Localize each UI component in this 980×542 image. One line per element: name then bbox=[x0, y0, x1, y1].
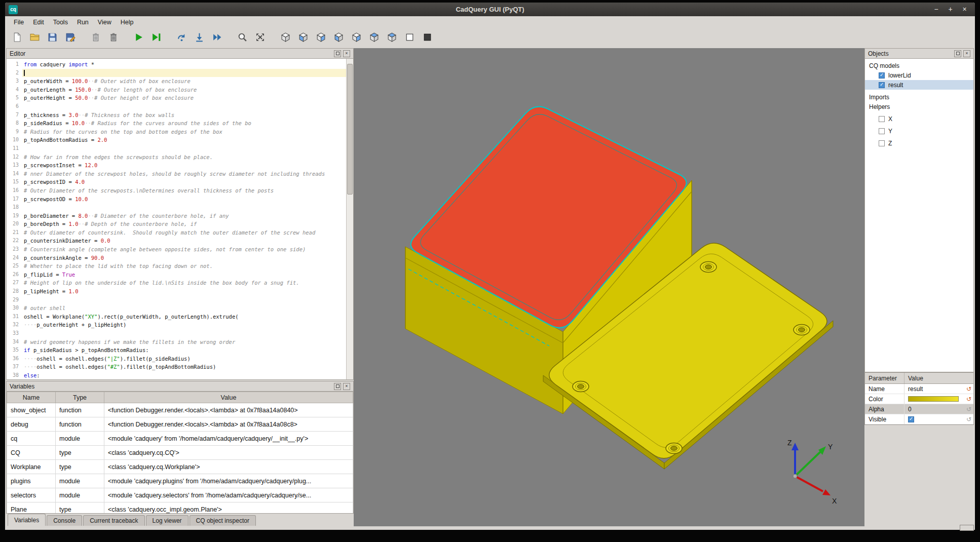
viewport-3d[interactable]: Z Y X bbox=[354, 48, 864, 526]
editor-scrollbar[interactable] bbox=[346, 59, 353, 379]
run-button[interactable] bbox=[130, 30, 147, 46]
editor-float-button[interactable] bbox=[334, 50, 341, 57]
tree-item-z[interactable]: Z bbox=[865, 138, 973, 148]
view-left-icon bbox=[333, 32, 344, 45]
variables-float-button[interactable] bbox=[334, 383, 341, 390]
view-left-button[interactable] bbox=[330, 30, 347, 46]
objects-close-button[interactable]: × bbox=[963, 50, 970, 57]
code-line-12: 12# How far in from the edges the screwp… bbox=[7, 153, 346, 162]
fit-all-button[interactable] bbox=[251, 30, 269, 46]
tree-item-x[interactable]: X bbox=[865, 114, 973, 124]
title-bar[interactable]: cq CadQuery GUI (PyQT) − + × bbox=[5, 3, 975, 16]
variable-cell: module bbox=[56, 488, 104, 502]
visibility-checkbox[interactable] bbox=[879, 72, 885, 79]
debug-button[interactable] bbox=[147, 30, 165, 46]
fit-all-icon bbox=[255, 32, 266, 45]
tree-item-result[interactable]: result bbox=[865, 80, 973, 90]
toolbar-separator bbox=[269, 28, 276, 48]
shaded-button[interactable] bbox=[419, 30, 436, 46]
variable-row-show_object[interactable]: show_objectfunction<function Debugger.re… bbox=[7, 403, 353, 417]
code-text: # Whether to place the lid with the top … bbox=[22, 262, 346, 270]
view-iso-button[interactable] bbox=[277, 30, 294, 46]
visibility-checkbox[interactable] bbox=[879, 116, 885, 122]
visibility-checkbox[interactable] bbox=[879, 82, 885, 88]
step-over-button[interactable] bbox=[173, 30, 190, 46]
menu-item-view[interactable]: View bbox=[93, 17, 116, 27]
view-right-button[interactable] bbox=[348, 30, 365, 46]
wireframe-button[interactable] bbox=[401, 30, 418, 46]
y-axis-label: Y bbox=[828, 443, 833, 451]
line-number: 32 bbox=[7, 321, 22, 329]
menu-item-file[interactable]: File bbox=[9, 17, 28, 27]
code-line-18: 18 bbox=[7, 203, 346, 212]
reset-icon[interactable]: ↺ bbox=[964, 406, 973, 413]
line-number: 1 bbox=[7, 60, 22, 69]
save-as-button[interactable] bbox=[61, 30, 79, 46]
open-folder-button[interactable] bbox=[26, 30, 43, 46]
variable-row-Plane[interactable]: Planetype<class 'cadquery.occ_impl.geom.… bbox=[7, 502, 353, 514]
tree-item-cq-models[interactable]: CQ models bbox=[865, 61, 973, 70]
code-line-38: 38else: bbox=[7, 371, 346, 379]
reset-icon[interactable]: ↺ bbox=[964, 396, 973, 403]
continue-button[interactable] bbox=[208, 30, 225, 46]
view-top-icon bbox=[369, 32, 380, 45]
tree-item-imports[interactable]: Imports bbox=[865, 92, 973, 102]
variable-row-cq[interactable]: cqmodule<module 'cadquery' from '/home/a… bbox=[7, 432, 353, 446]
view-top-button[interactable] bbox=[365, 30, 383, 46]
code-text: # Outer Diameter of the screwposts.\nDet… bbox=[22, 186, 346, 195]
step-into-button[interactable] bbox=[191, 30, 208, 46]
menu-item-tools[interactable]: Tools bbox=[49, 17, 72, 27]
visible-checkbox[interactable] bbox=[908, 416, 914, 422]
variable-row-debug[interactable]: debugfunction<function Debugger.render.<… bbox=[7, 417, 353, 432]
tree-item-lowerlid[interactable]: lowerLid bbox=[865, 70, 973, 80]
view-bottom-button[interactable] bbox=[383, 30, 400, 46]
tab-console[interactable]: Console bbox=[47, 515, 82, 526]
code-line-7: 7p_thickness = 3.0··# Thickness of the b… bbox=[7, 111, 346, 120]
code-line-25: 25# Whether to place the lid with the to… bbox=[7, 262, 346, 270]
menu-item-help[interactable]: Help bbox=[116, 17, 138, 27]
view-back-button[interactable] bbox=[312, 30, 329, 46]
variable-cell: debug bbox=[7, 417, 56, 432]
line-number: 18 bbox=[7, 203, 22, 212]
tree-item-y[interactable]: Y bbox=[865, 126, 973, 136]
visibility-checkbox[interactable] bbox=[879, 140, 885, 146]
delete-all-button[interactable] bbox=[104, 30, 122, 46]
tree-item-helpers[interactable]: Helpers bbox=[865, 102, 973, 111]
tab-variables[interactable]: Variables bbox=[8, 514, 46, 526]
objects-float-button[interactable] bbox=[954, 50, 961, 57]
variable-row-Workplane[interactable]: Workplanetype<class 'cadquery.cq.Workpla… bbox=[7, 460, 353, 474]
editor-code[interactable]: 1from cadquery import *23p_outerWidth = … bbox=[7, 59, 346, 379]
view-front-button[interactable] bbox=[294, 30, 312, 46]
code-line-28: 28p_lipHeight = 1.0 bbox=[7, 287, 346, 296]
code-text: p_boreDiameter = 8.0··# Diameter of the … bbox=[22, 212, 346, 220]
minimize-button[interactable]: − bbox=[933, 3, 939, 16]
variable-row-selectors[interactable]: selectorsmodule<module 'cadquery.selecto… bbox=[7, 488, 353, 502]
tab-log-viewer[interactable]: Log viewer bbox=[146, 515, 189, 526]
menu-item-edit[interactable]: Edit bbox=[28, 17, 49, 27]
code-text: p_screwpostOD = 10.0 bbox=[22, 195, 346, 204]
editor-scrollbar-thumb[interactable] bbox=[347, 64, 353, 195]
delete-button[interactable] bbox=[87, 30, 104, 46]
variable-cell: <module 'cadquery' from '/home/adam/cadq… bbox=[104, 432, 353, 446]
close-button[interactable]: × bbox=[961, 3, 968, 16]
variable-row-plugins[interactable]: pluginsmodule<module 'cadquery.plugins' … bbox=[7, 474, 353, 488]
color-swatch[interactable] bbox=[908, 396, 959, 402]
variables-table: NameTypeValueshow_objectfunction<functio… bbox=[7, 392, 353, 513]
maximize-button[interactable]: + bbox=[947, 3, 954, 16]
visibility-checkbox[interactable] bbox=[879, 128, 885, 134]
new-file-button[interactable] bbox=[8, 30, 25, 46]
zoom-fit-button[interactable] bbox=[234, 30, 251, 46]
reset-icon[interactable]: ↺ bbox=[964, 416, 973, 423]
screw-hole bbox=[705, 265, 712, 269]
variables-close-button[interactable]: × bbox=[343, 383, 350, 390]
editor-close-button[interactable]: × bbox=[343, 50, 350, 57]
mini-scrollbar[interactable] bbox=[960, 525, 974, 531]
menu-item-run[interactable]: Run bbox=[72, 17, 93, 27]
save-button[interactable] bbox=[44, 30, 61, 46]
tab-cq-object-inspector[interactable]: CQ object inspector bbox=[190, 515, 256, 526]
tab-current-traceback[interactable]: Current traceback bbox=[83, 515, 144, 526]
variable-row-CQ[interactable]: CQtype<class 'cadquery.cq.CQ'> bbox=[7, 446, 353, 460]
reset-icon[interactable]: ↺ bbox=[964, 385, 973, 393]
variable-cell: show_object bbox=[7, 403, 56, 417]
param-value bbox=[904, 416, 964, 422]
